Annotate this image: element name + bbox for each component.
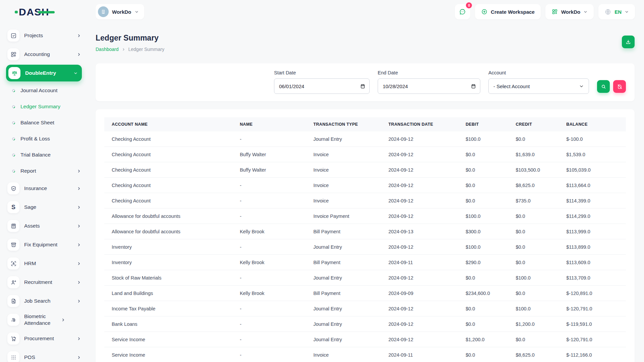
sidebar-item-label: Job Search <box>24 298 72 304</box>
sidebar-item-doubleentry[interactable]: DoubleEntry <box>6 65 82 81</box>
chevron-right-icon <box>77 52 81 57</box>
cell-credit: $8,625.0 <box>512 347 562 362</box>
cell-balance: $113,664.0 <box>562 178 626 193</box>
chevron-down-icon <box>583 10 588 14</box>
sidebar-item-pos[interactable]: POS <box>7 348 81 362</box>
cell-debit: $234,600.0 <box>462 286 512 301</box>
table-header-row: ACCOUNT NAME NAME TRANSACTION TYPE TRANS… <box>104 117 626 131</box>
page-header: Ledger Summary Dashboard Ledger Summary <box>96 34 635 52</box>
reset-filter-button[interactable] <box>613 80 626 93</box>
start-date-input[interactable] <box>274 78 370 94</box>
app-root: DASH Projects Accounting <box>0 0 644 362</box>
cell-transaction-type: Journal Entry <box>309 332 384 347</box>
table-row: Inventory Kelly Brook Bill Payment 2024-… <box>104 255 626 270</box>
cell-name: - <box>236 178 309 193</box>
breadcrumb-dashboard-link[interactable]: Dashboard <box>96 47 119 52</box>
sidebar-item-recruitment[interactable]: Recruitment <box>7 273 81 292</box>
cell-transaction-date: 2024-09-09 <box>384 286 462 301</box>
chevron-right-icon <box>77 205 81 209</box>
apply-filter-button[interactable] <box>597 80 610 93</box>
sidebar-item-label: DoubleEntry <box>25 70 69 76</box>
cell-transaction-date: 2024-09-12 <box>384 270 462 286</box>
language-selector[interactable]: EN <box>598 4 635 19</box>
cell-name: - <box>236 332 309 347</box>
topbar-actions: 0 Create Workspace WorkDo <box>455 4 635 19</box>
cell-name: Kelly Brook <box>236 286 309 301</box>
cell-balance: $114,299.0 <box>562 208 626 224</box>
cell-account-name: Service Income <box>104 332 236 347</box>
cell-name: - <box>236 347 309 362</box>
sidebar-item-label: POS <box>24 354 72 361</box>
create-workspace-button[interactable]: Create Workspace <box>475 4 541 19</box>
end-date-input[interactable] <box>378 78 480 94</box>
cell-transaction-type: Invoice <box>309 147 384 162</box>
cell-credit: $1,639.0 <box>512 147 562 162</box>
sidebar-item-biometric-attendance[interactable]: Biometric Attendance <box>7 310 81 329</box>
sidebar-item-insurance[interactable]: Insurance <box>7 179 81 198</box>
chevron-down-icon <box>135 10 139 14</box>
table-row: Inventory - Journal Entry 2024-09-12 $10… <box>104 239 626 255</box>
sidebar-item-assets[interactable]: Assets <box>7 217 81 235</box>
chevron-down-icon <box>73 71 78 75</box>
cell-name: Buffy Walter <box>236 147 309 162</box>
cell-name: - <box>236 301 309 316</box>
cell-credit: $0.0 <box>512 224 562 239</box>
circle-dot-icon <box>11 88 16 93</box>
sidebar-subitem-profit-loss[interactable]: Profit & Loss <box>7 131 81 147</box>
file-search-icon <box>7 295 19 307</box>
sidebar-item-hrm[interactable]: HRM <box>7 254 81 273</box>
messages-button[interactable]: 0 <box>455 4 470 19</box>
sidebar-item-procurement[interactable]: Procurement <box>7 329 81 348</box>
chevron-right-icon <box>122 48 125 51</box>
sidebar-item-sage[interactable]: S Sage <box>7 198 81 217</box>
cell-transaction-date: 2024-09-13 <box>384 224 462 239</box>
sidebar-item-fix-equipment[interactable]: Fix Equipment <box>7 235 81 254</box>
cell-transaction-date: 2024-09-12 <box>384 178 462 193</box>
sidebar-subitem-journal-account[interactable]: Journal Account <box>7 82 81 99</box>
chevron-right-icon <box>77 299 81 303</box>
sidebar-subitem-balance-sheet[interactable]: Balance Sheet <box>7 115 81 131</box>
cell-credit: $0.0 <box>512 208 562 224</box>
cell-name: Kelly Brook <box>236 224 309 239</box>
cell-credit: $103,500.0 <box>512 162 562 178</box>
brand-name: DASH <box>19 7 49 17</box>
sidebar-subitem-ledger-summary[interactable]: Ledger Summary <box>7 99 81 115</box>
cell-account-name: Land and Buildings <box>104 286 236 301</box>
chevron-right-icon <box>77 224 81 228</box>
account-group: Account - Select Account <box>488 70 589 94</box>
sidebar-subitem-report[interactable]: Report <box>7 163 81 179</box>
cell-name: - <box>236 193 309 208</box>
cell-transaction-date: 2024-09-12 <box>384 162 462 178</box>
topbar: WorkDo 0 Create Workspace <box>88 0 644 23</box>
cell-balance: $113,709.0 <box>562 270 626 286</box>
sidebar-item-accounting[interactable]: Accounting <box>7 45 81 64</box>
cell-transaction-type: Journal Entry <box>309 316 384 332</box>
grid-plus-icon <box>7 48 19 60</box>
cell-account-name: Checking Account <box>104 162 236 178</box>
breadcrumb: Dashboard Ledger Summary <box>96 47 635 52</box>
user-plus-icon <box>7 276 19 288</box>
user-focus-icon <box>7 257 19 269</box>
archive-box-icon <box>7 239 19 251</box>
cell-transaction-date: 2024-09-12 <box>384 208 462 224</box>
cell-transaction-date: 2024-09-12 <box>384 147 462 162</box>
cell-credit: $1,200.0 <box>512 316 562 332</box>
sidebar-item-job-search[interactable]: Job Search <box>7 292 81 310</box>
sidebar-item-projects[interactable]: Projects <box>7 26 81 45</box>
table-row: Checking Account Buffy Walter Invoice 20… <box>104 147 626 162</box>
sidebar-subitem-trial-balance[interactable]: Trial Balance <box>7 147 81 163</box>
cell-balance: $1,539.0 <box>562 147 626 162</box>
download-button[interactable] <box>622 36 635 48</box>
workspace-menu-button[interactable]: WorkDo <box>545 4 594 19</box>
workspace-selector[interactable]: WorkDo <box>96 4 144 19</box>
sidebar-subitem-label: Report <box>20 168 71 174</box>
col-account-name: ACCOUNT NAME <box>104 117 236 131</box>
cell-debit: $0.0 <box>462 301 512 316</box>
cell-transaction-type: Bill Payment <box>309 224 384 239</box>
cell-credit: $8,625.0 <box>512 178 562 193</box>
cell-transaction-date: 2024-09-12 <box>384 131 462 147</box>
brand-logo[interactable]: DASH <box>0 0 88 24</box>
fingerprint-icon <box>7 314 19 326</box>
account-select[interactable]: - Select Account <box>488 78 589 94</box>
cell-transaction-type: Bill Payment <box>309 255 384 270</box>
